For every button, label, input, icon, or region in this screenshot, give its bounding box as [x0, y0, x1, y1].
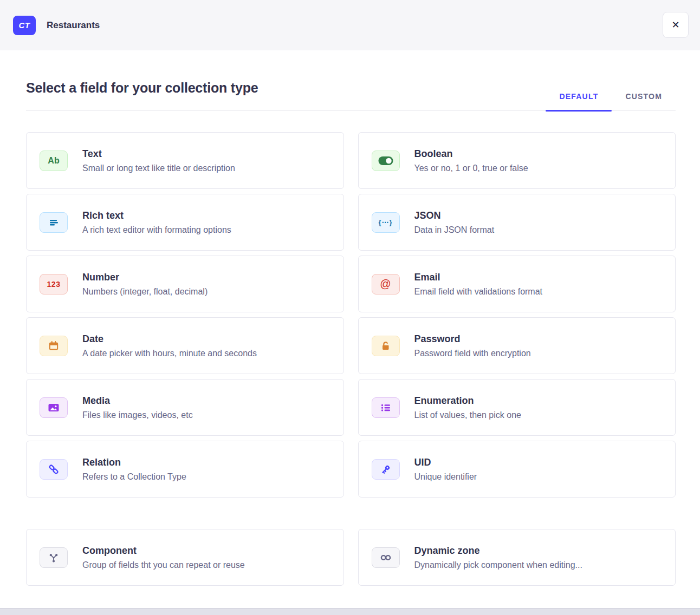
modal-footer-edge — [0, 608, 700, 615]
lock-icon — [372, 336, 400, 356]
toggle-icon-svg — [378, 156, 393, 166]
tab-custom[interactable]: CUSTOM — [612, 92, 676, 110]
field-card-dynamic-zone-labels: Dynamic zone Dynamically pick component … — [414, 545, 582, 570]
modal-body: Select a field for your collection type … — [0, 50, 700, 586]
field-description: Unique identifier — [414, 472, 477, 482]
field-card-uid-labels: UID Unique identifier — [414, 457, 477, 482]
field-title: Component — [82, 545, 245, 557]
field-card-media[interactable]: Media Files like images, videos, etc — [26, 379, 344, 436]
field-card-email-labels: Email Email field with validations forma… — [414, 272, 543, 297]
picture-icon — [40, 397, 68, 418]
modal-header: CT Restaurants ✕ — [0, 0, 700, 50]
field-title: JSON — [414, 210, 495, 221]
field-description: Yes or no, 1 or 0, true or false — [414, 163, 528, 173]
field-description: Numbers (integer, float, decimal) — [82, 287, 208, 297]
field-card-password-labels: Password Password field with encryption — [414, 333, 531, 358]
nodes-icon — [40, 547, 68, 568]
field-title: Date — [82, 333, 257, 345]
field-card-json[interactable]: {⋯} JSON Data in JSON format — [358, 194, 676, 251]
field-card-uid[interactable]: UID Unique identifier — [358, 441, 676, 498]
infinity-icon-svg — [379, 551, 393, 564]
title-row: Select a field for your collection type … — [26, 50, 676, 111]
ab-text-icon: Ab — [40, 151, 68, 171]
field-card-email[interactable]: @ Email Email field with validations for… — [358, 256, 676, 312]
field-title: Text — [82, 148, 235, 160]
field-card-rich-text-labels: Rich text A rich text editor with format… — [82, 210, 231, 235]
field-title: Relation — [82, 457, 186, 468]
field-description: A date picker with hours, minute and sec… — [82, 349, 257, 358]
field-title: Email — [414, 272, 543, 283]
nodes-icon-svg — [47, 551, 60, 564]
field-card-text-labels: Text Small or long text like title or de… — [82, 148, 235, 173]
field-description: Refers to a Collection Type — [82, 472, 186, 482]
toggle-icon — [372, 151, 400, 171]
field-description: Dynamically pick component when editing.… — [414, 560, 582, 570]
field-card-text[interactable]: Ab Text Small or long text like title or… — [26, 132, 344, 189]
close-button[interactable]: ✕ — [663, 12, 689, 38]
field-title: Boolean — [414, 148, 528, 160]
field-card-rich-text[interactable]: Rich text A rich text editor with format… — [26, 194, 344, 251]
field-card-relation[interactable]: Relation Refers to a Collection Type — [26, 441, 344, 498]
field-card-boolean[interactable]: Boolean Yes or no, 1 or 0, true or false — [358, 132, 676, 189]
field-card-number[interactable]: 123 Number Numbers (integer, float, deci… — [26, 256, 344, 312]
field-card-enumeration-labels: Enumeration List of values, then pick on… — [414, 395, 521, 420]
field-description: List of values, then pick one — [414, 410, 521, 420]
field-description: Group of fields tht you can repeat or re… — [82, 560, 245, 570]
field-type-tabs: DEFAULT CUSTOM — [546, 92, 676, 110]
tab-default[interactable]: DEFAULT — [546, 92, 612, 110]
field-title: Dynamic zone — [414, 545, 582, 557]
picture-icon-svg — [47, 401, 60, 414]
collection-type-badge-label: CT — [19, 21, 30, 30]
field-description: Email field with validations format — [414, 287, 543, 297]
field-description: A rich text editor with formating option… — [82, 225, 231, 235]
calendar-icon-svg — [48, 340, 60, 352]
calendar-icon — [40, 336, 68, 356]
key-icon-svg — [379, 463, 392, 476]
page-title: Select a field for your collection type — [26, 80, 258, 96]
field-title: Number — [82, 272, 208, 283]
align-lines-icon — [40, 212, 68, 233]
bullet-list-icon-svg — [379, 401, 392, 414]
chain-link-icon — [40, 459, 68, 480]
infinity-icon — [372, 547, 400, 568]
default-fields-grid: Ab Text Small or long text like title or… — [26, 132, 676, 498]
advanced-fields-grid: Component Group of fields tht you can re… — [26, 529, 676, 586]
field-card-component-labels: Component Group of fields tht you can re… — [82, 545, 245, 570]
bullet-list-icon — [372, 397, 400, 418]
field-title: Media — [82, 395, 193, 407]
number-123-icon: 123 — [40, 274, 68, 295]
collection-type-badge: CT — [13, 16, 36, 35]
field-description: Files like images, videos, etc — [82, 410, 193, 420]
lock-icon-svg — [380, 340, 392, 352]
field-description: Data in JSON format — [414, 225, 495, 235]
field-card-json-labels: JSON Data in JSON format — [414, 210, 495, 235]
field-card-relation-labels: Relation Refers to a Collection Type — [82, 457, 186, 482]
field-card-media-labels: Media Files like images, videos, etc — [82, 395, 193, 420]
field-card-boolean-labels: Boolean Yes or no, 1 or 0, true or false — [414, 148, 528, 173]
align-lines-icon-svg — [47, 216, 60, 229]
field-title: Rich text — [82, 210, 231, 221]
chain-link-icon-svg — [47, 463, 60, 476]
field-title: Password — [414, 333, 531, 345]
close-icon: ✕ — [671, 19, 679, 31]
field-card-date-labels: Date A date picker with hours, minute an… — [82, 333, 257, 358]
field-card-number-labels: Number Numbers (integer, float, decimal) — [82, 272, 208, 297]
collection-title: Restaurants — [47, 20, 100, 31]
field-card-password[interactable]: Password Password field with encryption — [358, 317, 676, 374]
field-card-dynamic-zone[interactable]: Dynamic zone Dynamically pick component … — [358, 529, 676, 586]
field-description: Small or long text like title or descrip… — [82, 163, 235, 173]
json-braces-icon: {⋯} — [372, 212, 400, 233]
field-card-component[interactable]: Component Group of fields tht you can re… — [26, 529, 344, 586]
field-title: Enumeration — [414, 395, 521, 407]
key-icon — [372, 459, 400, 480]
field-card-date[interactable]: Date A date picker with hours, minute an… — [26, 317, 344, 374]
field-title: UID — [414, 457, 477, 468]
field-description: Password field with encryption — [414, 349, 531, 358]
at-sign-icon: @ — [372, 274, 400, 295]
field-card-enumeration[interactable]: Enumeration List of values, then pick on… — [358, 379, 676, 436]
